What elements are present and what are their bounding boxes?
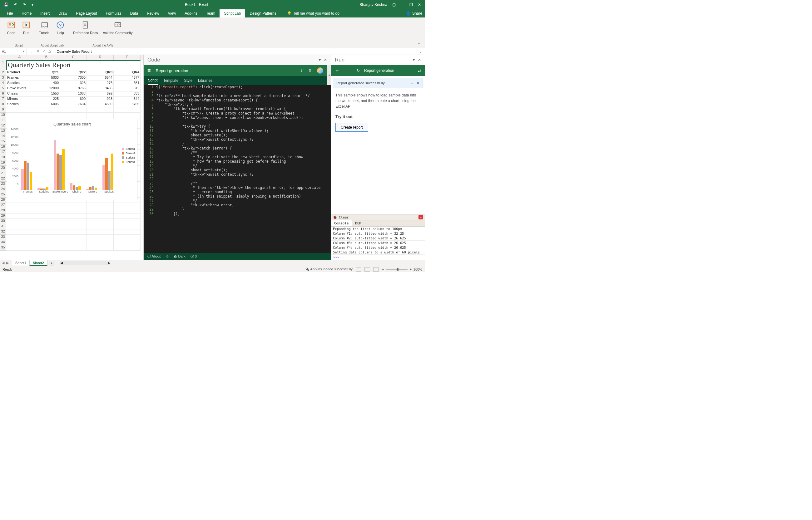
code-tab-template[interactable]: Template [163,78,179,83]
sync-icon[interactable]: ⇄ [418,68,421,73]
row-header[interactable]: 21 [0,171,6,176]
row-header[interactable]: 3 [0,76,6,81]
col-header[interactable]: C [60,55,87,60]
data-cell[interactable]: Chains [6,92,33,97]
new-sheet-button[interactable]: + [49,261,54,266]
row-header[interactable]: 28 [0,208,6,213]
zoom-level[interactable]: 100% [413,267,422,271]
row-header[interactable]: 26 [0,198,6,203]
data-cell[interactable]: 4589 [87,102,114,107]
notice-chevron-icon[interactable]: ⌄ [411,81,414,85]
row-header[interactable]: 16 [0,145,6,150]
row-header[interactable]: 1 [0,60,6,70]
col-header[interactable]: B [33,55,60,60]
data-cell[interactable]: Brake levers [6,86,33,92]
row-header[interactable]: 7 [0,97,6,102]
ribbon-display-icon[interactable]: ▢ [392,2,396,7]
save-icon[interactable]: 💾 [4,2,8,7]
col-header[interactable]: A [6,55,33,60]
zoom-control[interactable]: − + 100% [382,267,422,271]
data-cell[interactable]: Spokes [6,102,33,107]
row-header[interactable]: 6 [0,92,6,97]
header-cell[interactable]: Qtr2 [60,70,87,76]
code-tab-libraries[interactable]: Libraries [198,78,212,83]
row-header[interactable]: 20 [0,166,6,171]
zoom-out-icon[interactable]: − [382,267,384,271]
back-icon[interactable]: ← [335,68,340,73]
row-header[interactable]: 11 [0,118,6,123]
user-avatar[interactable] [317,68,323,74]
tab-file[interactable]: File [2,9,17,18]
row-header[interactable]: 33 [0,235,6,240]
code-button[interactable]: Code [4,19,18,43]
console-tab-dom[interactable]: DOM [352,220,364,226]
run-pane-close-icon[interactable]: ✕ [418,58,421,62]
ask-community-button[interactable]: </>Ask the Community [101,19,134,43]
row-header[interactable]: 9 [0,107,6,113]
row-header[interactable]: 4 [0,81,6,86]
tab-view[interactable]: View [163,9,180,18]
column-headers[interactable]: ABCDE [0,55,143,60]
about-link[interactable]: ⓘ About [147,254,160,259]
maximize-icon[interactable]: ❐ [409,2,413,7]
tab-add-ins[interactable]: Add-ins [180,9,202,18]
console-clear-button[interactable]: Clear [339,215,349,219]
header-cell[interactable]: Product [6,70,33,76]
code-tab-script[interactable]: Script [148,76,158,85]
formula-dropdown-icon[interactable]: ⋮ [30,49,33,53]
run-pane-menu-icon[interactable]: ▾ [413,58,415,62]
row-header[interactable]: 23 [0,182,6,187]
data-cell[interactable]: Mirrors [6,97,33,102]
tab-formulas[interactable]: Formulas [101,9,126,18]
data-cell[interactable]: 853 [114,92,141,97]
header-cell[interactable]: Qtr1 [33,70,60,76]
tell-me-search[interactable]: 💡 Tell me what you want to do [287,11,339,16]
header-cell[interactable]: Qtr4 [114,70,141,76]
worksheet[interactable]: ABCDE 1Quarterly Sales Report2ProductQtr… [0,55,144,260]
data-cell[interactable]: 544 [114,97,141,102]
fx-icon[interactable]: fx [48,50,51,53]
data-cell[interactable]: 276 [87,81,114,86]
delete-snippet-icon[interactable]: 🗑 [308,68,312,73]
header-cell[interactable]: Qtr3 [87,70,114,76]
row-header[interactable]: 19 [0,160,6,166]
feedback-icon[interactable]: ☺ [166,254,169,258]
share-button[interactable]: 👤 Share [406,11,422,16]
code-tab-style[interactable]: Style [184,78,193,83]
tab-draw[interactable]: Draw [54,9,72,18]
tab-design-patterns[interactable]: Design Patterns [245,9,280,18]
code-pane-close-icon[interactable]: ✕ [324,58,327,62]
data-cell[interactable]: 923 [87,97,114,102]
page-layout-view-button[interactable] [364,267,370,271]
tab-home[interactable]: Home [17,9,36,18]
data-cell[interactable]: 4377 [114,76,141,81]
row-header[interactable]: 31 [0,224,6,229]
console-tab-console[interactable]: Console [331,220,352,226]
minimize-icon[interactable]: — [401,2,404,7]
data-cell[interactable]: 9812 [114,86,141,92]
row-header[interactable]: 14 [0,134,6,139]
data-cell[interactable]: 323 [60,81,87,86]
undo-icon[interactable]: ↶ [14,2,17,7]
collapse-ribbon-icon[interactable]: ⌃ [415,41,422,48]
formula-input[interactable] [54,50,416,53]
console-close-icon[interactable]: — [418,215,423,219]
share-snippet-icon[interactable]: ⇪ [300,68,303,73]
row-header[interactable]: 30 [0,219,6,224]
tutorial-button[interactable]: Tutorial [37,19,52,43]
data-cell[interactable]: 225 [33,97,60,102]
tab-insert[interactable]: Insert [36,9,54,18]
qat-dropdown-icon[interactable]: ▾ [31,2,33,7]
data-cell[interactable]: 400 [33,81,60,86]
row-header[interactable]: 34 [0,240,6,245]
row-header[interactable]: 29 [0,213,6,219]
row-header[interactable]: 24 [0,187,6,192]
data-cell[interactable]: 651 [114,81,141,86]
data-cell[interactable]: 6544 [87,76,114,81]
data-cell[interactable]: 12000 [33,86,60,92]
row-header[interactable]: 22 [0,176,6,182]
sheet-tab-sheet2[interactable]: Sheet2 [29,260,48,266]
formula-cancel-icon[interactable]: ✕ [36,49,40,53]
horizontal-scrollbar[interactable]: ◀▶ [60,261,110,265]
close-icon[interactable]: ✕ [418,2,421,7]
